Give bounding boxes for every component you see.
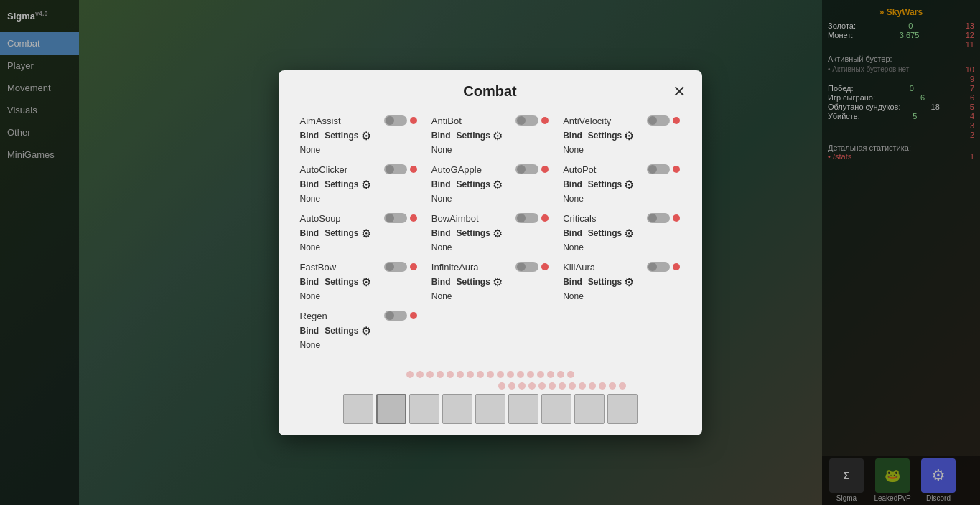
toggle-regen[interactable]	[384, 311, 417, 321]
module-top-criticals: Criticals	[563, 213, 680, 224]
settings-gear-icon[interactable]: ⚙	[493, 129, 503, 143]
settings-section-regen[interactable]: Settings ⚙	[325, 324, 370, 338]
settings-label: Settings	[457, 277, 490, 287]
bind-value-text: None	[300, 340, 321, 350]
settings-label: Settings	[457, 228, 490, 238]
settings-gear-icon[interactable]: ⚙	[624, 129, 634, 143]
bind-section-killaura: Bind	[563, 277, 582, 287]
inv-slot-4	[442, 394, 472, 424]
module-bind-value-antivelocity: None	[563, 143, 680, 156]
settings-section-infiniteaura[interactable]: Settings ⚙	[457, 275, 503, 289]
settings-section-aimassist[interactable]: Settings ⚙	[325, 129, 370, 143]
bind-value-text: None	[300, 145, 321, 155]
toggle-track	[384, 164, 407, 174]
settings-label: Settings	[325, 179, 358, 189]
module-actions-autopot: Bind Settings ⚙	[563, 178, 680, 192]
settings-gear-icon[interactable]: ⚙	[493, 178, 503, 192]
module-name-bowaimbot: BowAimbot	[431, 213, 479, 224]
toggle-red-dot	[541, 263, 549, 270]
bind-section-bowaimbot: Bind	[431, 228, 451, 238]
settings-section-autopot[interactable]: Settings ⚙	[588, 178, 634, 192]
toggle-thumb	[386, 116, 394, 125]
toggle-antivelocity[interactable]	[647, 115, 680, 126]
toggle-autopot[interactable]	[647, 164, 680, 174]
settings-gear-icon[interactable]: ⚙	[361, 129, 371, 143]
toggle-bowaimbot[interactable]	[515, 213, 549, 223]
settings-gear-icon[interactable]: ⚙	[361, 178, 371, 192]
module-top-infiniteaura: InfiniteAura	[431, 262, 549, 273]
module-card-antibot: AntiBot Bind Settings ⚙ None	[431, 115, 549, 156]
toggle-fastbow[interactable]	[384, 262, 417, 272]
settings-gear-icon[interactable]: ⚙	[493, 275, 503, 289]
bind-label: Bind	[300, 326, 319, 336]
settings-gear-icon[interactable]: ⚙	[361, 227, 371, 240]
module-name-fastbow: FastBow	[300, 262, 337, 273]
bind-value-text: None	[563, 194, 584, 204]
settings-section-autoclicker[interactable]: Settings ⚙	[325, 178, 370, 192]
bind-section-aimassist: Bind	[300, 131, 319, 141]
bind-section-autopot: Bind	[563, 179, 582, 189]
toggle-red-dot	[410, 117, 417, 124]
toggle-killaura[interactable]	[647, 262, 680, 272]
toggle-autosoup[interactable]	[384, 213, 417, 223]
bind-label: Bind	[300, 228, 319, 238]
settings-gear-icon[interactable]: ⚙	[493, 227, 503, 240]
settings-gear-icon[interactable]: ⚙	[624, 227, 634, 240]
modal-title: Combat	[463, 83, 516, 100]
settings-section-antivelocity[interactable]: Settings ⚙	[588, 129, 634, 143]
module-card-killaura: KillAura Bind Settings ⚙ None	[563, 262, 680, 302]
settings-section-killaura[interactable]: Settings ⚙	[588, 275, 634, 289]
toggle-red-dot	[673, 117, 680, 124]
toggle-track	[647, 164, 670, 174]
toggle-antibot[interactable]	[515, 115, 549, 126]
module-card-bowaimbot: BowAimbot Bind Settings ⚙ None	[431, 213, 549, 253]
toggle-red-dot	[541, 166, 549, 173]
bind-label: Bind	[563, 228, 582, 238]
settings-section-criticals[interactable]: Settings ⚙	[588, 227, 634, 240]
toggle-red-dot	[673, 166, 680, 173]
module-actions-bowaimbot: Bind Settings ⚙	[431, 227, 549, 240]
toggle-red-dot	[673, 263, 680, 270]
module-bind-value-criticals: None	[563, 240, 680, 253]
settings-label: Settings	[457, 179, 490, 189]
toggle-thumb	[648, 214, 657, 222]
toggle-track	[647, 213, 670, 223]
settings-section-autogapple[interactable]: Settings ⚙	[457, 178, 503, 192]
module-bind-value-bowaimbot: None	[431, 240, 549, 253]
toggle-thumb	[648, 116, 657, 125]
module-bind-value-regen: None	[300, 338, 417, 351]
toggle-track	[647, 262, 670, 272]
module-bind-value-fastbow: None	[300, 289, 417, 302]
settings-section-bowaimbot[interactable]: Settings ⚙	[457, 227, 503, 240]
inv-slot-7	[541, 394, 571, 424]
settings-gear-icon[interactable]: ⚙	[361, 275, 371, 289]
toggle-aimassist[interactable]	[384, 115, 417, 126]
toggle-infiniteaura[interactable]	[515, 262, 549, 272]
toggle-criticals[interactable]	[647, 213, 680, 223]
inv-slot-9	[607, 394, 638, 424]
module-bind-value-killaura: None	[563, 289, 680, 302]
module-actions-fastbow: Bind Settings ⚙	[300, 275, 417, 289]
module-actions-infiniteaura: Bind Settings ⚙	[431, 275, 549, 289]
modal-overlay: Combat ✕ AimAssist Bind	[0, 0, 980, 505]
toggle-autoclicker[interactable]	[384, 164, 417, 174]
bind-value-text: None	[431, 194, 452, 204]
settings-section-antibot[interactable]: Settings ⚙	[457, 129, 503, 143]
module-name-killaura: KillAura	[563, 262, 595, 273]
settings-label: Settings	[325, 228, 358, 238]
modules-grid: AimAssist Bind Settings ⚙ None	[300, 115, 681, 351]
bind-section-autosoup: Bind	[300, 228, 319, 238]
toggle-red-dot	[410, 214, 417, 222]
modal-close-button[interactable]: ✕	[668, 80, 691, 103]
settings-gear-icon[interactable]: ⚙	[361, 324, 371, 338]
toggle-autogapple[interactable]	[515, 164, 549, 174]
settings-gear-icon[interactable]: ⚙	[624, 178, 634, 192]
settings-section-fastbow[interactable]: Settings ⚙	[325, 275, 370, 289]
module-top-autosoup: AutoSoup	[300, 213, 417, 224]
toggle-red-dot	[410, 166, 417, 173]
bind-value-text: None	[563, 291, 584, 301]
settings-gear-icon[interactable]: ⚙	[624, 275, 634, 289]
settings-section-autosoup[interactable]: Settings ⚙	[325, 227, 370, 240]
bind-label: Bind	[300, 277, 319, 287]
module-card-aimassist: AimAssist Bind Settings ⚙ None	[300, 115, 417, 156]
